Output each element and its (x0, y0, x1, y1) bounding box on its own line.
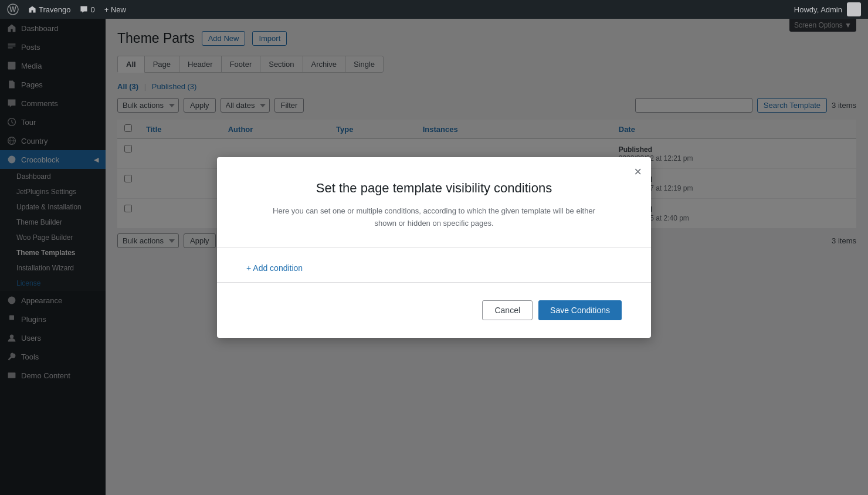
admin-bar-right: Howdy, Admin (794, 2, 861, 16)
svg-text:W: W (9, 5, 16, 13)
modal-footer: Cancel Save Conditions (246, 300, 622, 320)
comments-icon[interactable]: 0 (80, 5, 94, 14)
modal: × Set the page template visibility condi… (217, 157, 651, 338)
admin-bar: W Travengo 0 + New Howdy, Admin (0, 0, 868, 19)
modal-divider (217, 248, 651, 248)
modal-close-button[interactable]: × (634, 165, 642, 178)
site-name[interactable]: Travengo (28, 5, 70, 14)
modal-overlay[interactable]: × Set the page template visibility condi… (0, 0, 868, 495)
cancel-button[interactable]: Cancel (482, 300, 533, 320)
avatar (847, 2, 861, 16)
wp-logo[interactable]: W (7, 4, 19, 15)
modal-title: Set the page template visibility conditi… (246, 181, 622, 196)
new-content[interactable]: + New (104, 5, 126, 14)
save-conditions-button[interactable]: Save Conditions (538, 300, 622, 320)
add-condition-button[interactable]: + Add condition (246, 263, 303, 273)
howdy-text: Howdy, Admin (794, 5, 842, 14)
modal-description: Here you can set one or multiple conditi… (246, 205, 622, 230)
modal-divider-bottom (217, 282, 651, 283)
